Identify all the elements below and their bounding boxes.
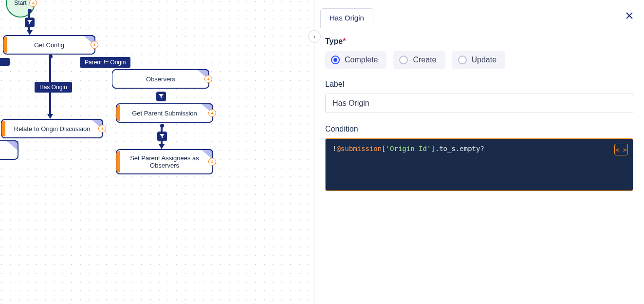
radio-icon <box>399 56 408 64</box>
node-label: Get Parent Submission <box>132 110 197 117</box>
plus-icon[interactable]: + <box>208 158 216 166</box>
node-status-bar <box>116 151 120 172</box>
node-observers[interactable]: Observers + <box>112 69 209 89</box>
condition-code-editor[interactable]: !@submission['Origin Id'].to_s.empty? < … <box>325 138 633 191</box>
workflow-canvas[interactable]: Start + Get Config + Has Origin Relate t… <box>0 0 314 304</box>
required-asterisk: * <box>343 37 346 45</box>
filter-icon[interactable] <box>156 92 166 101</box>
tab-has-origin[interactable]: Has Origin <box>320 8 373 28</box>
radio-icon <box>458 56 467 64</box>
node-stub <box>0 58 10 66</box>
code-token: @submission <box>336 145 382 152</box>
properties-panel: › Has Origin Type* Complete Create <box>314 0 644 304</box>
node-relate-origin[interactable]: Relate to Origin Discussion + <box>1 119 103 138</box>
node-corner <box>6 140 18 151</box>
type-option-label: Complete <box>345 56 378 64</box>
condition-label: Condition <box>325 125 633 133</box>
type-option-label: Create <box>413 56 436 64</box>
connector-label-parent-not-origin[interactable]: Parent != Origin <box>80 57 130 68</box>
node-get-config[interactable]: Get Config + <box>3 35 95 55</box>
close-icon[interactable] <box>626 11 633 22</box>
connector-label-has-origin[interactable]: Has Origin <box>35 82 72 93</box>
type-option-label: Update <box>472 56 497 64</box>
node-status-bar <box>1 121 5 136</box>
connector-line <box>161 126 163 132</box>
node-label: Observers <box>146 76 175 83</box>
label-input[interactable] <box>325 94 633 113</box>
panel-body: Type* Complete Create Update Label Condi… <box>314 28 644 201</box>
node-status-bar <box>3 37 7 53</box>
type-radio-group: Complete Create Update <box>325 51 633 69</box>
label-field-label: Label <box>325 80 633 89</box>
code-icon: < > <box>615 146 626 153</box>
type-option-update[interactable]: Update <box>452 51 506 69</box>
connector-line <box>28 11 30 18</box>
filter-icon[interactable] <box>25 18 35 27</box>
chevron-right-icon: › <box>313 33 316 40</box>
code-token: [ <box>382 145 386 152</box>
filter-icon[interactable] <box>157 132 167 141</box>
app-root: Start + Get Config + Has Origin Relate t… <box>0 0 644 304</box>
node-status-bar <box>116 105 120 121</box>
plus-icon[interactable]: + <box>204 75 212 83</box>
radio-icon <box>331 56 340 64</box>
plus-icon[interactable]: + <box>98 125 106 133</box>
type-label: Type* <box>325 37 633 46</box>
node-label: Set Parent Assignees as Observers <box>126 154 203 169</box>
start-node-label: Start <box>14 0 26 6</box>
arrow-head-icon <box>27 30 33 35</box>
plus-icon[interactable]: + <box>208 109 216 117</box>
node-set-parent-assignees[interactable]: Set Parent Assignees as Observers + <box>116 149 213 174</box>
tab-bar: Has Origin <box>314 0 644 28</box>
panel-collapse-handle[interactable]: › <box>308 30 321 43</box>
node-label: Relate to Origin Discussion <box>14 125 91 133</box>
node-partial[interactable] <box>0 140 18 160</box>
type-option-create[interactable]: Create <box>393 51 445 69</box>
code-toggle-button[interactable]: < > <box>614 144 628 155</box>
plus-icon[interactable]: + <box>91 41 98 49</box>
type-option-complete[interactable]: Complete <box>325 51 386 69</box>
type-label-text: Type <box>325 37 343 45</box>
node-get-parent-submission[interactable]: Get Parent Submission + <box>116 103 213 123</box>
node-label: Get Config <box>34 41 64 49</box>
arrow-head-icon <box>159 144 165 149</box>
node-status-bar <box>112 71 116 87</box>
code-token: 'Origin Id' <box>386 145 431 152</box>
code-token: ].to_s.empty? <box>431 145 484 152</box>
arrow-head-icon <box>47 114 53 119</box>
